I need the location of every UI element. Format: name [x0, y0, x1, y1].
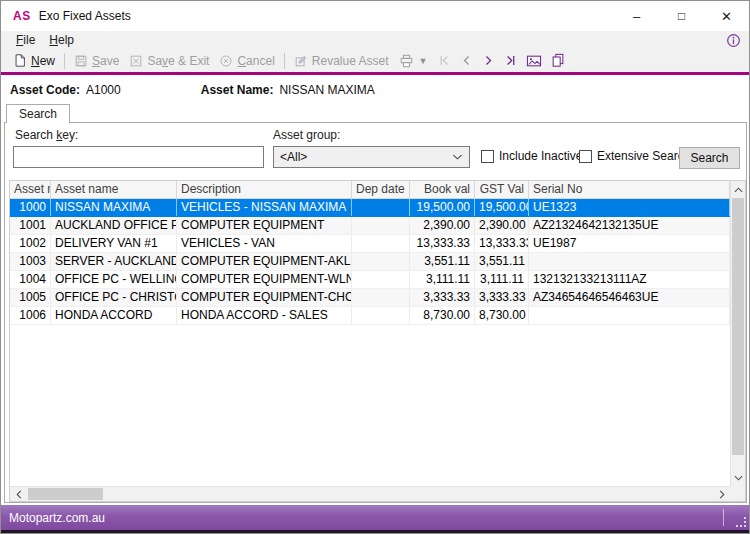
- table-cell: 8,730.00: [410, 307, 475, 324]
- table-cell: AUCKLAND OFFICE PC: [51, 217, 177, 234]
- horizontal-scrollbar[interactable]: [10, 486, 730, 501]
- column-header[interactable]: Book val: [410, 181, 475, 198]
- search-key-input[interactable]: [13, 146, 264, 168]
- table-row[interactable]: 1006HONDA ACCORDHONDA ACCORD - SALES8,73…: [10, 307, 730, 325]
- grid-body: 1000NISSAN MAXIMAVEHICLES - NISSAN MAXIM…: [10, 199, 730, 486]
- scroll-left-icon[interactable]: [10, 487, 27, 502]
- column-header[interactable]: Asset no: [10, 181, 51, 198]
- info-button[interactable]: [726, 33, 741, 48]
- resize-grip[interactable]: [736, 517, 746, 527]
- first-record-icon[interactable]: [438, 54, 451, 67]
- asset-group-value: <All>: [280, 150, 307, 164]
- table-cell: NISSAN MAXIMA: [51, 199, 177, 216]
- print-dropdown-caret-icon[interactable]: ▼: [419, 56, 428, 66]
- revalue-pencil-icon: [294, 54, 308, 68]
- table-cell: AZ21324642132135UE: [529, 217, 730, 234]
- save-floppy-icon: [74, 54, 88, 68]
- revalue-asset-button[interactable]: Revalue Asset: [289, 52, 394, 70]
- save-exit-icon: [129, 54, 143, 68]
- maximize-button[interactable]: □: [659, 1, 704, 31]
- copy-asset-icon[interactable]: [551, 53, 565, 68]
- cancel-button[interactable]: Cancel: [214, 52, 279, 70]
- new-button[interactable]: New: [8, 51, 60, 70]
- chevron-down-icon: [452, 153, 463, 161]
- search-panel: Search key: Asset group: <All> Include I…: [4, 122, 747, 503]
- table-cell: DELIVERY VAN #1: [51, 235, 177, 252]
- extensive-search-option: Extensive Search: [579, 149, 690, 163]
- toolbar-separator: [64, 53, 65, 69]
- asset-name-value: NISSAN MAXIMA: [279, 83, 374, 97]
- include-inactive-option: Include Inactive: [481, 149, 582, 163]
- previous-record-icon[interactable]: [460, 54, 473, 67]
- table-row[interactable]: 1000NISSAN MAXIMAVEHICLES - NISSAN MAXIM…: [10, 199, 730, 217]
- app-window: AS Exo Fixed Assets – □ ✕ File Help New: [0, 0, 750, 534]
- window-title: Exo Fixed Assets: [39, 9, 131, 23]
- next-record-icon[interactable]: [482, 54, 495, 67]
- grid-header: Asset noAsset nameDescriptionDep dateBoo…: [10, 181, 730, 199]
- window-controls: – □ ✕: [614, 1, 749, 31]
- column-header[interactable]: Asset name: [51, 181, 177, 198]
- include-inactive-checkbox[interactable]: [481, 150, 494, 163]
- window-bottom-edge: [1, 530, 749, 534]
- table-cell: [352, 235, 410, 252]
- table-cell: HONDA ACCORD: [51, 307, 177, 324]
- save-and-exit-button[interactable]: Save & Exit: [124, 52, 214, 70]
- print-button[interactable]: ▼: [394, 52, 433, 70]
- table-cell: 1001: [10, 217, 51, 234]
- status-bar: Motopartz.com.au: [1, 505, 749, 530]
- table-cell: 13,333.33: [410, 235, 475, 252]
- vertical-scrollbar[interactable]: [730, 181, 745, 486]
- extensive-search-checkbox[interactable]: [579, 150, 592, 163]
- menu-help[interactable]: Help: [42, 31, 81, 49]
- save-button[interactable]: Save: [69, 52, 124, 70]
- table-cell: [529, 307, 730, 324]
- tab-search[interactable]: Search: [6, 104, 70, 123]
- table-row[interactable]: 1004OFFICE PC - WELLINGT...COMPUTER EQUI…: [10, 271, 730, 289]
- scroll-right-icon[interactable]: [713, 487, 730, 502]
- table-row[interactable]: 1005OFFICE PC - CHRISTCH...COMPUTER EQUI…: [10, 289, 730, 307]
- extensive-search-label: Extensive Search: [597, 149, 690, 163]
- column-header[interactable]: Dep date: [352, 181, 410, 198]
- horizontal-scroll-thumb[interactable]: [28, 488, 103, 500]
- table-cell: 1005: [10, 289, 51, 306]
- record-navigation: [438, 53, 565, 68]
- asset-name-label: Asset Name:: [201, 83, 274, 97]
- table-row[interactable]: 1003SERVER - AUCKLANDCOMPUTER EQUIPMENT-…: [10, 253, 730, 271]
- close-button[interactable]: ✕: [704, 1, 749, 31]
- table-cell: 3,333.33: [410, 289, 475, 306]
- table-cell: COMPUTER EQUIPMENT-WLNG PC: [177, 271, 352, 288]
- table-cell: 1004: [10, 271, 51, 288]
- asset-group-select[interactable]: <All>: [273, 146, 470, 168]
- scroll-down-icon[interactable]: [731, 469, 746, 486]
- asset-header: Asset Code: A1000 Asset Name: NISSAN MAX…: [1, 75, 749, 104]
- status-separator: [723, 509, 724, 526]
- table-cell: 13,333.33: [475, 235, 529, 252]
- table-cell: [352, 199, 410, 216]
- table-cell: AZ34654646546463UE: [529, 289, 730, 306]
- last-record-icon[interactable]: [504, 54, 517, 67]
- table-cell: 1003: [10, 253, 51, 270]
- table-row[interactable]: 1001AUCKLAND OFFICE PCCOMPUTER EQUIPMENT…: [10, 217, 730, 235]
- search-button[interactable]: Search: [679, 147, 740, 169]
- scroll-up-icon[interactable]: [731, 181, 746, 198]
- image-icon[interactable]: [526, 54, 542, 68]
- table-cell: [529, 253, 730, 270]
- table-cell: 19,500.00: [475, 199, 529, 216]
- table-row[interactable]: 1002DELIVERY VAN #1VEHICLES - VAN13,333.…: [10, 235, 730, 253]
- table-cell: [352, 289, 410, 306]
- menu-file[interactable]: File: [9, 31, 42, 49]
- status-company-text: Motopartz.com.au: [9, 511, 105, 525]
- vertical-scroll-thumb[interactable]: [732, 198, 744, 455]
- cancel-circle-icon: [219, 54, 233, 68]
- scrollbar-corner: [730, 486, 745, 501]
- column-header[interactable]: GST Val: [475, 181, 529, 198]
- asset-code-label: Asset Code:: [10, 83, 80, 97]
- table-cell: 2,390.00: [410, 217, 475, 234]
- table-cell: UE1987: [529, 235, 730, 252]
- table-cell: [352, 217, 410, 234]
- table-cell: 3,551.11: [475, 253, 529, 270]
- column-header[interactable]: Description: [177, 181, 352, 198]
- column-header[interactable]: Serial No: [529, 181, 730, 198]
- minimize-button[interactable]: –: [614, 1, 659, 31]
- table-cell: 3,551.11: [410, 253, 475, 270]
